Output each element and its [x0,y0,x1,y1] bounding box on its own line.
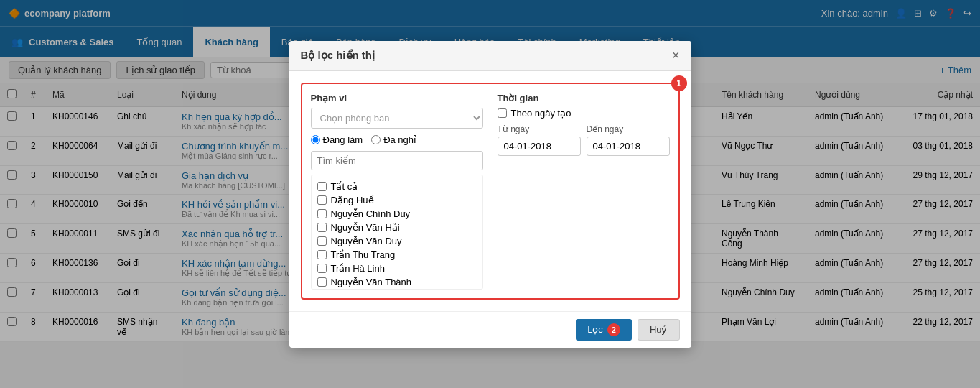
person-checkbox[interactable] [317,264,327,273]
badge-2: 2 [607,323,620,336]
person-search-input[interactable] [311,151,483,170]
modal-close-button[interactable]: × [672,48,680,63]
modal-overlay: Bộ lọc hiển thị × 1 Phạm vi Chọn phòng b… [0,0,980,388]
radio-danghi-text: Đã nghỉ [383,134,416,145]
date-range-row: Từ ngày Đến ngày [498,124,670,156]
filter-phamvi-section: Phạm vi Chọn phòng ban Đang làm Đã n [311,93,483,290]
person-checkbox-label: Nguyễn Văn Hải [331,222,400,233]
from-date-col: Từ ngày [498,124,581,156]
department-select[interactable]: Chọn phòng ban [311,108,483,129]
person-checkbox-label: Nguyễn Văn Duy [331,236,402,246]
to-date-col: Đến ngày [587,124,670,156]
theo-ngay-tao-checkbox[interactable] [498,108,507,118]
to-date-input[interactable] [587,137,670,156]
person-checkbox-item[interactable]: Nguyễn Văn Duy [317,234,477,248]
person-checkbox-list: Tất cảĐặng HuếNguyễn Chính DuyNguyễn Văn… [311,175,483,290]
person-checkbox-item[interactable]: Nguyễn Văn Hải [317,289,477,290]
modal-header: Bộ lọc hiển thị × [289,41,691,71]
status-radio-group: Đang làm Đã nghỉ [311,134,483,145]
filter-grid: Phạm vi Chọn phòng ban Đang làm Đã n [311,93,670,290]
radio-danglam[interactable] [311,135,320,144]
filter-modal: Bộ lọc hiển thị × 1 Phạm vi Chọn phòng b… [289,41,691,348]
person-checkbox-item[interactable]: Đặng Huế [317,193,477,207]
person-checkbox[interactable] [317,195,327,205]
to-date-label: Đến ngày [587,124,670,134]
from-date-input[interactable] [498,137,581,156]
filter-button-label: Lọc [587,324,603,335]
person-checkbox-label: Trần Hà Linh [331,263,385,274]
modal-body: 1 Phạm vi Chọn phòng ban Đang làm [289,71,691,311]
radio-danglam-text: Đang làm [323,134,363,145]
modal-footer: Lọc 2 Huỷ [289,311,691,348]
person-checkbox[interactable] [317,277,327,287]
from-date-label: Từ ngày [498,124,581,134]
theo-ngay-tao-row: Theo ngày tạo [498,108,670,119]
modal-title: Bộ lọc hiển thị [301,49,375,62]
filter-box: 1 Phạm vi Chọn phòng ban Đang làm [301,83,680,300]
filter-time-section: Thời gian Theo ngày tạo Từ ngày Đến ng [498,93,670,290]
cancel-button[interactable]: Huỷ [638,319,680,341]
person-checkbox-label: Tất cả [331,181,358,192]
person-checkbox[interactable] [317,223,327,232]
person-checkbox-item[interactable]: Nguyễn Văn Hải [317,221,477,234]
person-checkbox-label: Đặng Huế [331,195,374,205]
person-checkbox-item[interactable]: Trần Thu Trang [317,248,477,262]
radio-danghi[interactable] [371,135,381,144]
person-checkbox-label: Nguyễn Chính Duy [331,208,411,219]
theo-ngay-tao-label: Theo ngày tạo [511,108,571,119]
filter-button[interactable]: Lọc 2 [576,319,632,341]
time-label: Thời gian [498,93,670,103]
person-checkbox[interactable] [317,250,327,259]
person-checkbox-item[interactable]: Nguyễn Văn Thành [317,275,477,289]
person-checkbox[interactable] [317,182,327,191]
person-checkbox-item[interactable]: Tất cả [317,180,477,193]
person-checkbox[interactable] [317,209,327,218]
phamvi-label: Phạm vi [311,93,483,103]
person-checkbox-label: Nguyễn Văn Thành [331,277,412,287]
person-checkbox-label: Trần Thu Trang [331,249,396,260]
radio-danghi-label[interactable]: Đã nghỉ [371,134,416,145]
person-checkbox-item[interactable]: Trần Hà Linh [317,262,477,275]
person-checkbox-item[interactable]: Nguyễn Chính Duy [317,207,477,221]
person-checkbox[interactable] [317,236,327,246]
radio-danglam-label[interactable]: Đang làm [311,134,363,145]
badge-1: 1 [671,75,687,91]
